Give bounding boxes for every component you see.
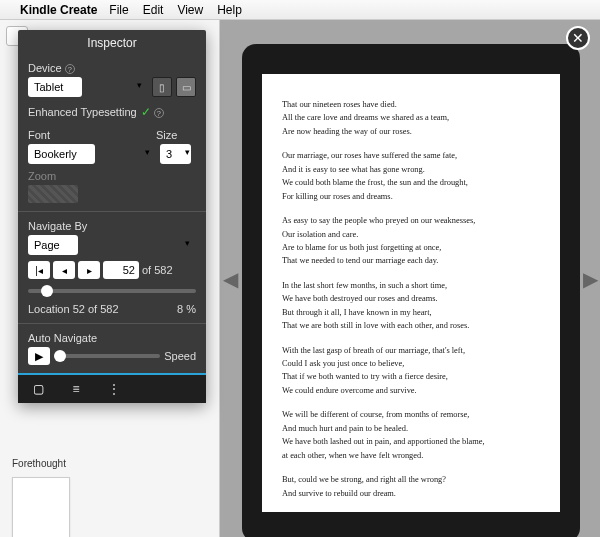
slider-thumb[interactable] bbox=[41, 285, 53, 297]
orientation-portrait-icon[interactable]: ▯ bbox=[152, 77, 172, 97]
poem-line: Are to blame for us both just forgetting… bbox=[282, 241, 540, 254]
poem-line: In the last short few months, in such a … bbox=[282, 279, 540, 292]
menu-help[interactable]: Help bbox=[217, 3, 242, 17]
menu-file[interactable]: File bbox=[109, 3, 128, 17]
page-slider[interactable] bbox=[28, 289, 196, 293]
poem-line: But through it all, I have known in my h… bbox=[282, 306, 540, 319]
thumbnail-label: Forethought bbox=[12, 458, 215, 469]
speed-slider[interactable] bbox=[54, 354, 160, 358]
check-icon: ✓ bbox=[141, 105, 151, 119]
poem-line: We could endure overcome and survive. bbox=[282, 384, 540, 397]
menu-view[interactable]: View bbox=[177, 3, 203, 17]
app-name[interactable]: Kindle Create bbox=[20, 3, 97, 17]
device-frame: That our nineteen roses have died.All th… bbox=[242, 44, 580, 537]
preview-area: ✕ ◀ ▶ That our nineteen roses have died.… bbox=[220, 20, 600, 537]
poem-line: Our marriage, our roses have suffered th… bbox=[282, 149, 540, 162]
poem-line: We could both blame the frost, the sun a… bbox=[282, 176, 540, 189]
page-thumbnail[interactable] bbox=[12, 477, 70, 537]
device-label: Device bbox=[28, 62, 62, 74]
prev-page-button[interactable]: ◂ bbox=[53, 261, 75, 279]
size-select[interactable]: 3 bbox=[160, 144, 191, 164]
menubar: Kindle Create File Edit View Help bbox=[0, 0, 600, 20]
prev-arrow-icon[interactable]: ◀ bbox=[222, 267, 238, 291]
poem-line: Could I ask you just once to believe, bbox=[282, 357, 540, 370]
navigate-by-select[interactable]: Page bbox=[28, 235, 78, 255]
stanza: But, could we be strong, and right all t… bbox=[282, 473, 540, 500]
speed-label: Speed bbox=[164, 350, 196, 362]
poem-line: All the care love and dreams we shared a… bbox=[282, 111, 540, 124]
poem-line: Our isolation and care. bbox=[282, 228, 540, 241]
poem-line: And it is easy to see what has gone wron… bbox=[282, 163, 540, 176]
stanza: Our marriage, our roses have suffered th… bbox=[282, 149, 540, 203]
device-select[interactable]: Tablet bbox=[28, 77, 82, 97]
menu-edit[interactable]: Edit bbox=[143, 3, 164, 17]
first-page-button[interactable]: |◂ bbox=[28, 261, 50, 279]
stanza: With the last gasp of breath of our marr… bbox=[282, 344, 540, 398]
inspector-title: Inspector bbox=[18, 30, 206, 56]
poem-line: We have both destroyed our roses and dre… bbox=[282, 292, 540, 305]
page-content: That our nineteen roses have died.All th… bbox=[262, 74, 560, 512]
poem-line: at each other, when we have felt wronged… bbox=[282, 449, 540, 462]
settings-icon[interactable]: ⋮ bbox=[104, 381, 124, 397]
orientation-landscape-icon[interactable]: ▭ bbox=[176, 77, 196, 97]
stanza: We will be different of course, from mon… bbox=[282, 408, 540, 462]
of-text: of bbox=[142, 264, 151, 276]
poem-line: We have both lashed out in pain, and app… bbox=[282, 435, 540, 448]
zoom-label: Zoom bbox=[28, 170, 196, 182]
stanza: That our nineteen roses have died.All th… bbox=[282, 98, 540, 138]
poem-line: That if we both wanted to try with a fie… bbox=[282, 370, 540, 383]
navigate-by-label: Navigate By bbox=[28, 220, 196, 232]
typesetting-label: Enhanced Typesetting bbox=[28, 106, 137, 118]
stanza: As easy to say the people who preyed on … bbox=[282, 214, 540, 268]
help-icon[interactable]: ? bbox=[154, 108, 164, 118]
help-icon[interactable]: ? bbox=[65, 64, 75, 74]
poem-line: With the last gasp of breath of our marr… bbox=[282, 344, 540, 357]
inspector-panel: Inspector Device? Tablet ▯ ▭ Enhanced Ty… bbox=[18, 30, 206, 403]
close-icon[interactable]: ✕ bbox=[566, 26, 590, 50]
next-arrow-icon[interactable]: ▶ bbox=[582, 267, 598, 291]
location-text: Location 52 of 582 bbox=[28, 303, 119, 315]
speed-thumb[interactable] bbox=[54, 350, 66, 362]
inspector-footer: ▢ ≡ ⋮ bbox=[18, 373, 206, 403]
tablet-icon[interactable]: ▢ bbox=[28, 381, 48, 397]
poem-line: But, could we be strong, and right all t… bbox=[282, 473, 540, 486]
font-label: Font bbox=[28, 129, 152, 141]
total-pages: 582 bbox=[154, 264, 172, 276]
stanza: In the last short few months, in such a … bbox=[282, 279, 540, 333]
poem-line: And much hurt and pain to be healed. bbox=[282, 422, 540, 435]
poem-line: That we needed to tend our marriage each… bbox=[282, 254, 540, 267]
play-button[interactable]: ▶ bbox=[28, 347, 50, 365]
poem-line: For killing our roses and dreams. bbox=[282, 190, 540, 203]
size-label: Size bbox=[156, 129, 196, 141]
poem-line: That our nineteen roses have died. bbox=[282, 98, 540, 111]
auto-navigate-label: Auto Navigate bbox=[28, 332, 196, 344]
page-input[interactable] bbox=[103, 261, 139, 279]
percent-text: 8 % bbox=[177, 303, 196, 315]
poem-line: We will be different of course, from mon… bbox=[282, 408, 540, 421]
poem-line: As easy to say the people who preyed on … bbox=[282, 214, 540, 227]
list-icon[interactable]: ≡ bbox=[66, 381, 86, 397]
poem-line: Are now heading the way of our roses. bbox=[282, 125, 540, 138]
next-page-button[interactable]: ▸ bbox=[78, 261, 100, 279]
poem-line: That we are both still in love with each… bbox=[282, 319, 540, 332]
poem-line: And survive to rebuild our dream. bbox=[282, 487, 540, 500]
zoom-control bbox=[28, 185, 78, 203]
font-select[interactable]: Bookerly bbox=[28, 144, 95, 164]
